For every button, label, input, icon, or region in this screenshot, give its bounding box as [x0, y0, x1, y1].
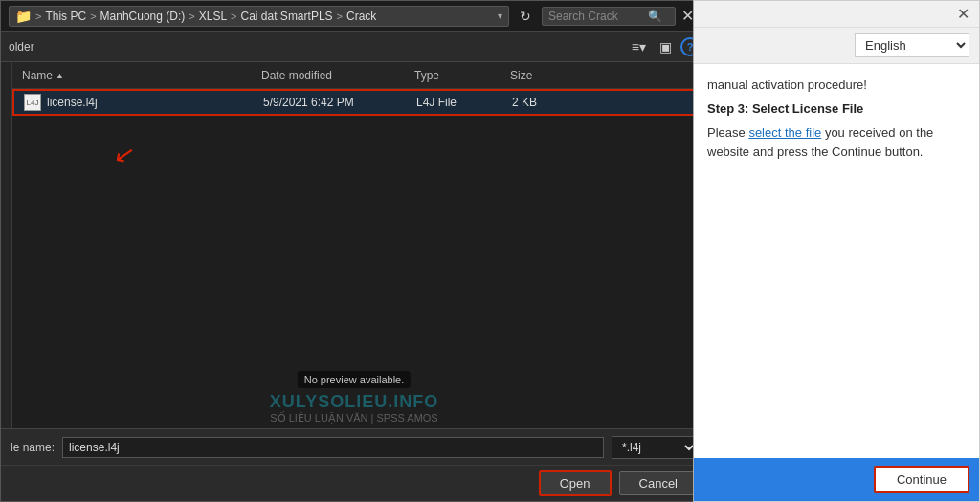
folder-label: older	[9, 40, 34, 54]
activation-titlebar: ✕	[694, 1, 979, 28]
filetype-select[interactable]: *.l4j	[612, 436, 698, 459]
preview-button[interactable]: ▣	[655, 36, 677, 57]
file-type-cell: L4J File	[411, 96, 506, 109]
language-select[interactable]: English Vietnamese Chinese	[855, 33, 969, 57]
nav-panel	[1, 62, 12, 428]
filename-input[interactable]	[62, 437, 604, 458]
file-type-icon: L4J	[24, 94, 41, 111]
search-input[interactable]	[548, 10, 644, 23]
address-area: 📁 > This PC > ManhCuong (D:) > XLSL > Ca…	[9, 6, 676, 27]
folder-icon: 📁	[15, 9, 32, 24]
refresh-button[interactable]: ↻	[515, 7, 536, 26]
col-header-type[interactable]: Type	[409, 69, 504, 82]
activation-content: manual activation procedure! Step 3: Sel…	[694, 64, 979, 458]
open-button[interactable]: Open	[539, 470, 612, 496]
path-sep-3: >	[189, 11, 194, 22]
path-sep-5: >	[337, 11, 343, 22]
search-box: 🔍	[542, 7, 676, 26]
filename-label: le name:	[11, 441, 55, 454]
content-area: Name ▲ Date modified Type Size L4J	[1, 62, 707, 428]
activation-step-title: Step 3: Select License File	[707, 101, 966, 116]
toolbar-right: ≡▾ ▣ ?	[627, 36, 700, 57]
file-size-cell: 2 KB	[506, 96, 573, 109]
sort-asc-icon: ▲	[56, 71, 64, 80]
action-bar: Open Cancel	[1, 465, 707, 501]
path-drive: ManhCuong (D:)	[100, 10, 186, 23]
search-icon-button[interactable]: 🔍	[648, 10, 662, 23]
path-crack: Crack	[346, 10, 376, 23]
file-date-cell: 5/9/2021 6:42 PM	[257, 96, 411, 109]
file-list-header: Name ▲ Date modified Type Size	[12, 62, 707, 89]
filename-bar: le name: *.l4j	[1, 428, 707, 465]
path-sep-2: >	[90, 11, 96, 22]
address-bar[interactable]: 📁 > This PC > ManhCuong (D:) > XLSL > Ca…	[9, 6, 509, 27]
path-sep-4: >	[231, 11, 236, 22]
file-name-cell: L4J license.l4j	[18, 94, 257, 111]
address-chevron: ▾	[498, 11, 502, 21]
path-sep-1: >	[35, 11, 41, 22]
activation-close-button[interactable]: ✕	[953, 7, 973, 22]
path-xlsl: XLSL	[199, 10, 227, 23]
view-options-button[interactable]: ≡▾	[627, 36, 651, 57]
path-caidat: Cai dat SmartPLS	[241, 10, 333, 23]
language-row: English Vietnamese Chinese	[694, 28, 979, 64]
continue-button[interactable]: Continue	[874, 466, 969, 493]
toolbar-row: older ≡▾ ▣ ?	[1, 32, 707, 62]
file-list: Name ▲ Date modified Type Size L4J	[12, 62, 707, 428]
dialog-titlebar: 📁 > This PC > ManhCuong (D:) > XLSL > Ca…	[1, 1, 707, 32]
activation-dialog: ✕ English Vietnamese Chinese manual acti…	[693, 0, 980, 502]
select-file-link[interactable]: select the file	[748, 125, 821, 140]
table-row[interactable]: L4J license.l4j 5/9/2021 6:42 PM L4J Fil…	[12, 89, 707, 116]
col-header-name[interactable]: Name ▲	[16, 69, 256, 82]
file-open-dialog: 📁 > This PC > ManhCuong (D:) > XLSL > Ca…	[0, 0, 708, 502]
activation-intro-text: manual activation procedure!	[707, 77, 966, 92]
activation-footer: Continue	[694, 458, 979, 501]
path-thispc: This PC	[45, 10, 86, 23]
cancel-button[interactable]: Cancel	[619, 471, 698, 495]
col-header-size[interactable]: Size	[504, 69, 571, 82]
col-header-date[interactable]: Date modified	[256, 69, 409, 82]
activation-step-text: Please select the file you received on t…	[707, 123, 966, 161]
